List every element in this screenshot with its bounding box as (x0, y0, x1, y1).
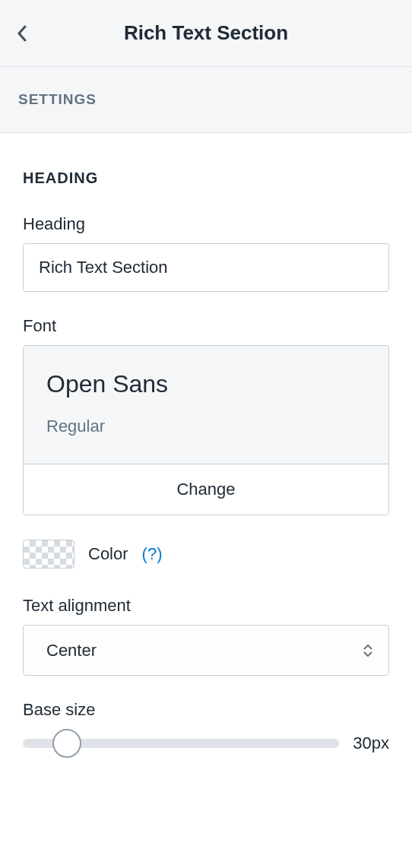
heading-label: Heading (23, 214, 389, 234)
font-label: Font (23, 316, 389, 336)
base-size-value: 30px (353, 733, 389, 753)
heading-field-group: Heading (23, 214, 389, 292)
base-size-field-group: Base size 30px (23, 700, 389, 753)
panel-title: Rich Text Section (15, 21, 397, 45)
alignment-field-group: Text alignment Center (23, 596, 389, 676)
color-row: Color (?) (23, 540, 389, 569)
heading-section-label: HEADING (23, 169, 389, 187)
settings-tab-bar: SETTINGS (0, 67, 412, 133)
panel-header: Rich Text Section (0, 0, 412, 67)
base-size-label: Base size (23, 700, 389, 720)
color-help-link[interactable]: (?) (142, 544, 163, 564)
heading-input[interactable] (23, 243, 389, 292)
font-preview: Open Sans Regular (24, 346, 388, 464)
font-change-button[interactable]: Change (24, 464, 388, 515)
alignment-select-wrapper: Center (23, 625, 389, 676)
font-weight: Regular (46, 417, 366, 436)
alignment-select[interactable]: Center (23, 625, 389, 676)
color-swatch[interactable] (23, 540, 74, 569)
base-size-slider[interactable] (23, 739, 339, 748)
font-field-group: Font Open Sans Regular Change (23, 316, 389, 515)
font-card: Open Sans Regular Change (23, 345, 389, 515)
slider-row: 30px (23, 733, 389, 753)
color-label: Color (88, 544, 128, 564)
settings-tab[interactable]: SETTINGS (18, 91, 394, 108)
alignment-label: Text alignment (23, 596, 389, 616)
content-area: HEADING Heading Font Open Sans Regular C… (0, 133, 412, 808)
font-name: Open Sans (46, 370, 366, 398)
back-button[interactable] (17, 25, 27, 42)
chevron-left-icon (17, 25, 27, 42)
slider-thumb[interactable] (52, 729, 81, 758)
